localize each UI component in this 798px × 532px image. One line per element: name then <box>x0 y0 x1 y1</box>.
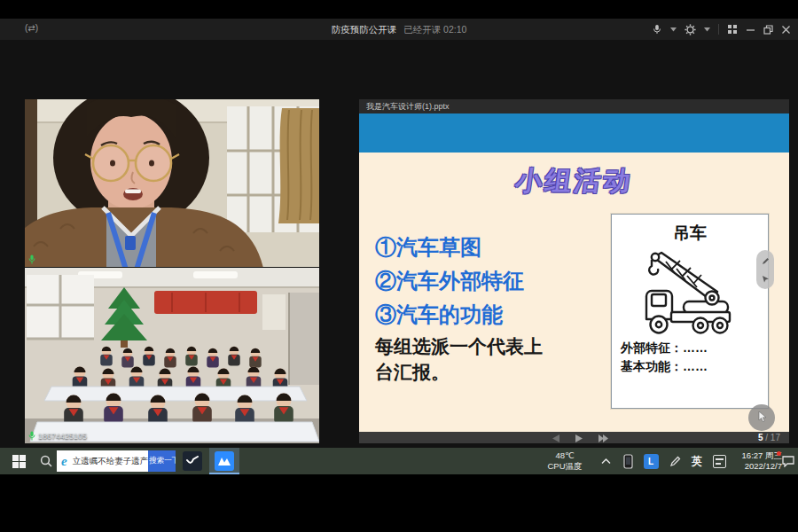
settings-button[interactable] <box>685 24 696 35</box>
pointer-tool-button[interactable] <box>748 404 775 431</box>
taskbar-app-meeting[interactable] <box>209 448 239 474</box>
crane-functions-line: 基本功能：…… <box>621 357 768 376</box>
slide-bullet-list: ①汽车草图 ②汽车外部特征 ③汽车的功能 <box>375 231 524 332</box>
mic-dropdown-caret[interactable] <box>670 27 677 32</box>
classroom-participant-label: 18674425105 <box>28 431 87 441</box>
minimize-button[interactable] <box>746 25 755 35</box>
annotation-toolbar <box>756 250 774 289</box>
meeting-app-window: (⇄) 防疫预防公开课已经开课 02:10 <box>0 0 798 532</box>
teacher-mic-indicator <box>28 254 35 264</box>
meeting-title: 防疫预防公开课已经开课 02:10 <box>332 24 467 36</box>
tray-app-icon[interactable]: L <box>640 448 661 474</box>
ime-language-indicator[interactable]: 英 <box>688 448 706 474</box>
close-button[interactable] <box>781 25 791 35</box>
mic-on-icon <box>28 254 35 264</box>
screen-share-region: 我是汽车设计师(1).pptx 小组活动 ①汽车草图 ②汽车外部特征 ③汽车的功… <box>359 99 789 443</box>
prev-slide-button[interactable] <box>552 430 559 446</box>
slide-title: 小组活动 <box>356 163 792 200</box>
slide-navigation-bar: 5 / 17 <box>359 432 789 443</box>
bird-check-icon <box>186 456 199 466</box>
video-tile-classroom[interactable]: 18674425105 <box>25 268 319 443</box>
meeting-name: 防疫预防公开课 <box>332 24 397 35</box>
slide-item-2: ②汽车外部特征 <box>375 264 524 298</box>
shared-filename: 我是汽车设计师(1).pptx <box>366 102 450 111</box>
ime-toolbar-icon[interactable] <box>709 448 729 474</box>
close-icon <box>781 25 791 35</box>
tray-pen-icon[interactable] <box>665 448 685 474</box>
taskbar-search-box[interactable]: e 立遗嘱不给妻子遗产 搜索一下 <box>57 450 176 472</box>
restore-icon <box>763 25 773 35</box>
classroom-video-scene <box>25 268 319 443</box>
app-1-tile <box>183 451 202 471</box>
action-center-button[interactable] <box>778 448 798 474</box>
titlebar: (⇄) 防疫预防公开课已经开课 02:10 <box>0 19 798 40</box>
chevron-up-icon <box>601 458 611 465</box>
annotation-arrow-button[interactable] <box>762 270 770 286</box>
taskbar-clock[interactable]: 16:27 周三 2022/12/7 <box>732 450 782 472</box>
tencent-meeting-icon <box>215 451 234 471</box>
windows-taskbar: e 立遗嘱不给妻子遗产 搜索一下 48℃ CPU温度 <box>0 448 798 474</box>
search-suggestion-text: 立遗嘱不给妻子遗产 <box>73 456 149 467</box>
layout-grid-button[interactable] <box>727 24 738 35</box>
meeting-status: 已经开课 <box>403 24 441 35</box>
grid-layout-icon <box>727 24 738 35</box>
clock-date: 2022/12/7 <box>732 461 782 472</box>
start-button[interactable] <box>5 448 32 474</box>
taskbar-search-button[interactable] <box>35 448 57 474</box>
gear-icon <box>685 24 696 35</box>
slide-item-3: ③汽车的功能 <box>375 298 524 332</box>
cpu-temp-label: CPU温度 <box>536 461 594 472</box>
settings-dropdown-caret[interactable] <box>704 27 710 32</box>
meeting-elapsed: 02:10 <box>443 24 466 35</box>
search-submit-button[interactable]: 搜索一下 <box>148 450 176 472</box>
taskbar-app-1[interactable] <box>177 448 207 474</box>
slide-canvas: 小组活动 ①汽车草图 ②汽车外部特征 ③汽车的功能 每组选派一个代表上台汇报。 … <box>359 153 789 432</box>
teacher-video-scene <box>25 99 319 267</box>
classroom-participant-name: 18674425105 <box>38 432 87 441</box>
video-tile-teacher[interactable] <box>25 99 319 267</box>
minimize-icon <box>746 25 755 35</box>
next-slide-button[interactable] <box>575 430 583 446</box>
shared-file-bar: 我是汽车设计师(1).pptx <box>359 99 789 113</box>
pointer-hand-icon <box>755 411 768 425</box>
notification-bubble-icon <box>782 456 794 467</box>
jump-forward-button[interactable] <box>598 430 608 446</box>
slide-note: 每组选派一个代表上台汇报。 <box>375 333 554 385</box>
restore-button[interactable] <box>763 25 773 35</box>
cpu-temp-widget[interactable]: 48℃ CPU温度 <box>536 450 594 472</box>
tray-phone-icon[interactable] <box>619 448 637 474</box>
search-icon <box>40 455 52 467</box>
presentation-blue-band <box>359 113 789 153</box>
mic-device-button[interactable] <box>652 24 662 35</box>
annotation-pen-button[interactable] <box>762 253 770 269</box>
crane-truck-drawing <box>632 246 747 337</box>
slide-page-total: / 17 <box>763 433 780 442</box>
cpu-temp-value: 48℃ <box>536 450 594 461</box>
microphone-icon <box>652 24 662 35</box>
windows-logo-icon <box>12 455 26 468</box>
crane-features-line: 外部特征：…… <box>621 339 768 357</box>
ie-browser-icon: e <box>61 454 67 469</box>
tray-expand-button[interactable] <box>596 448 615 474</box>
crane-example-card: 吊车 <box>611 214 769 409</box>
meeting-main-area: 18674425105 我是汽车设计师(1).pptx 小组活动 ①汽车草图 ②… <box>0 40 798 448</box>
slide-item-1: ①汽车草图 <box>375 231 524 264</box>
mic-on-icon <box>28 431 35 441</box>
titlebar-divider <box>718 24 719 35</box>
slide-page-indicator: 5 / 17 <box>758 433 780 442</box>
clock-time: 16:27 周三 <box>732 450 782 461</box>
crane-card-title: 吊车 <box>612 222 768 245</box>
signal-icon: (⇄) <box>25 23 38 33</box>
